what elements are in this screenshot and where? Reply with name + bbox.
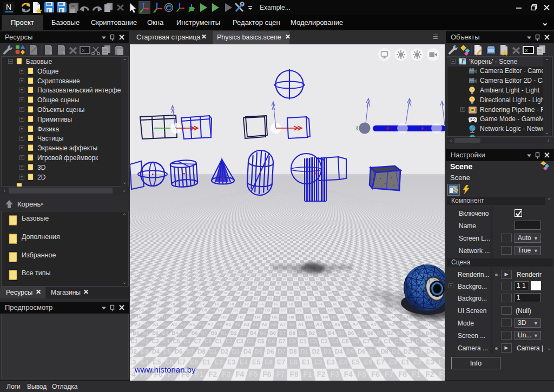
- svg-text:x: x: [82, 48, 85, 53]
- svg-text:N: N: [6, 3, 11, 11]
- svg-text:x: x: [525, 48, 528, 53]
